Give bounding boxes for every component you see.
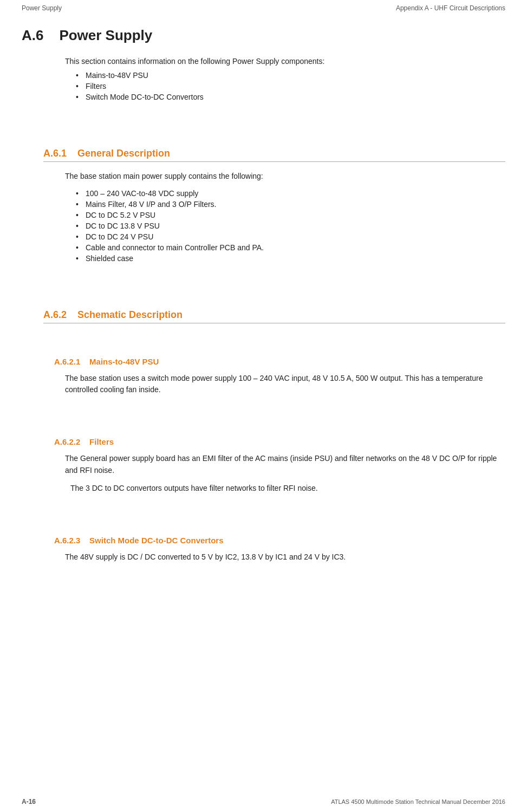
subsection-divider-a62: [43, 323, 505, 323]
subsection-title-a62: Schematic Description: [77, 309, 183, 320]
list-item: Shielded case: [76, 254, 505, 263]
list-item: Cable and connector to main Controller P…: [76, 243, 505, 252]
page-container: Power Supply Appendix A - UHF Circuit De…: [0, 0, 527, 812]
main-content: A.6 Power Supply This section contains i…: [0, 16, 527, 602]
list-item: Mains-to-48V PSU: [76, 71, 505, 80]
list-item: 100 – 240 VAC-to-48 VDC supply: [76, 189, 505, 198]
header-left: Power Supply: [22, 4, 62, 12]
header-right: Appendix A - UHF Circuit Descriptions: [396, 4, 505, 12]
page-footer: A-16 ATLAS 4500 Multimode Station Techni…: [0, 798, 527, 805]
a623-para1: The 48V supply is DC / DC converted to 5…: [65, 551, 505, 563]
subsection-heading-a61: A.6.1 General Description: [43, 148, 505, 159]
main-section-number: A.6: [22, 27, 43, 43]
subsubsection-number-a623: A.6.2.3: [54, 536, 80, 545]
subsubsection-title-a622: Filters: [89, 437, 114, 446]
subsubsection-title-a621: Mains-to-48V PSU: [89, 357, 159, 366]
subsection-number-a61: A.6.1: [43, 148, 67, 159]
list-item: Switch Mode DC-to-DC Convertors: [76, 93, 505, 101]
subsubsection-heading-a622: A.6.2.2 Filters: [54, 437, 505, 446]
intro-bullet-list: Mains-to-48V PSU Filters Switch Mode DC-…: [76, 71, 505, 101]
subsection-a61-body: The base station main power supply conta…: [65, 171, 505, 183]
list-item: DC to DC 5.2 V PSU: [76, 211, 505, 219]
subsubsection-heading-a621: A.6.2.1 Mains-to-48V PSU: [54, 357, 505, 366]
subsection-heading-a62: A.6.2 Schematic Description: [43, 309, 505, 321]
main-section-title-text: Power Supply: [59, 27, 152, 43]
subsubsection-number-a622: A.6.2.2: [54, 437, 80, 446]
footer-document-info: ATLAS 4500 Multimode Station Technical M…: [331, 798, 505, 805]
list-item: DC to DC 13.8 V PSU: [76, 222, 505, 230]
subsubsection-number-a621: A.6.2.1: [54, 357, 80, 366]
page-header: Power Supply Appendix A - UHF Circuit De…: [0, 0, 527, 16]
list-item: Mains Filter, 48 V I/P and 3 O/P Filters…: [76, 200, 505, 209]
main-section-title: A.6 Power Supply: [22, 27, 505, 44]
list-item: DC to DC 24 V PSU: [76, 232, 505, 241]
subsubsection-title-a623: Switch Mode DC-to-DC Convertors: [89, 536, 224, 545]
subsection-title-a61: General Description: [77, 148, 170, 159]
subsubsection-heading-a623: A.6.2.3 Switch Mode DC-to-DC Convertors: [54, 536, 505, 545]
list-item: Filters: [76, 82, 505, 90]
a622-para1: The General power supply board has an EM…: [65, 453, 505, 476]
intro-paragraph: This section contains information on the…: [65, 57, 505, 66]
footer-page-number: A-16: [22, 798, 36, 805]
subsection-number-a62: A.6.2: [43, 309, 67, 320]
subsection-divider-a61: [43, 161, 505, 162]
a622-para2: The 3 DC to DC convertors outputs have f…: [70, 483, 505, 495]
subsection-a61-bullets: 100 – 240 VAC-to-48 VDC supply Mains Fil…: [76, 189, 505, 263]
a621-para1: The base station uses a switch mode powe…: [65, 373, 505, 396]
